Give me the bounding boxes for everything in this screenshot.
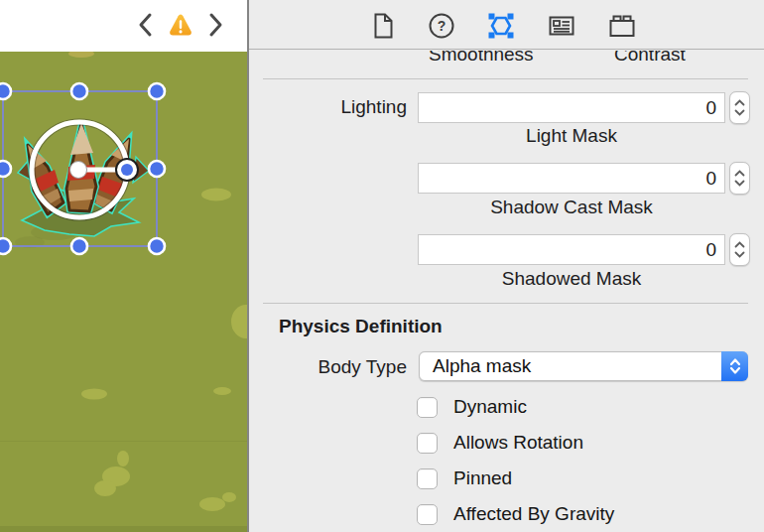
allows-rotation-row: Allows Rotation [417,432,583,454]
affected-by-gravity-row: Affected By Gravity [417,503,614,525]
pinned-row: Pinned [417,467,512,489]
dynamic-checkbox[interactable] [417,397,438,418]
stepper-up-icon [734,170,745,177]
chevron-right-icon [208,12,224,38]
inspector-scroll-area: Smoothness Contrast Lighting Light Mask … [249,51,764,532]
tab-file-inspector[interactable] [365,9,401,43]
contrast-column-label: Contrast [614,51,686,66]
scene-editor-window: ? [0,0,764,532]
popup-chevrons-icon [721,351,748,381]
forward-button[interactable] [203,8,229,42]
bin-icon [607,13,637,39]
shadow-cast-mask-caption: Shadow Cast Mask [418,197,725,218]
allows-rotation-checkbox[interactable] [417,433,438,454]
stepper-down-icon [734,251,745,258]
body-type-value: Alpha mask [433,355,531,377]
lighting-label: Lighting [249,96,407,118]
body-type-label: Body Type [249,356,407,378]
stepper-down-icon [734,180,745,187]
shadowed-mask-field[interactable] [418,234,725,265]
shadowed-mask-caption: Shadowed Mask [418,268,725,290]
tab-attributes-inspector[interactable] [544,9,579,43]
pinned-label: Pinned [453,467,512,489]
warning-button[interactable] [168,8,193,42]
hexagon-selection-icon [486,11,516,41]
shadowed-mask-stepper[interactable] [729,233,750,266]
scene-graphics [0,52,247,532]
id-card-icon [548,14,575,38]
back-button[interactable] [132,8,158,42]
tab-quick-help[interactable]: ? [424,9,459,43]
inspector-pane: ? [247,0,764,532]
light-mask-field[interactable] [418,92,725,123]
allows-rotation-label: Allows Rotation [453,432,583,454]
jump-bar [0,0,247,52]
light-mask-stepper[interactable] [729,91,750,124]
tab-media-library[interactable] [604,9,640,43]
issue-navigation [132,8,229,42]
question-circle-icon: ? [428,12,455,40]
chevron-left-icon [137,12,153,38]
stepper-down-icon [734,109,745,116]
inspector-tab-bar: ? [249,0,764,50]
stepper-up-icon [734,241,745,248]
divider [263,303,748,304]
warning-icon [168,11,193,39]
dynamic-row: Dynamic [417,396,527,418]
left-pane [0,0,247,532]
light-mask-caption: Light Mask [418,125,725,147]
tab-node-inspector-selected[interactable] [483,9,519,43]
affected-by-gravity-checkbox[interactable] [417,504,438,525]
smoothness-column-label: Smoothness [429,51,534,66]
svg-text:?: ? [438,18,446,34]
pinned-checkbox[interactable] [417,468,438,489]
shadow-cast-mask-stepper[interactable] [729,162,750,195]
scene-canvas[interactable] [0,52,247,532]
document-icon [372,12,395,40]
shadow-cast-mask-field[interactable] [418,163,725,194]
stepper-up-icon [734,99,745,106]
dynamic-label: Dynamic [453,396,527,418]
body-type-popup[interactable]: Alpha mask [419,351,748,381]
divider [263,78,748,79]
physics-definition-title: Physics Definition [279,316,443,337]
affected-by-gravity-label: Affected By Gravity [453,503,614,525]
